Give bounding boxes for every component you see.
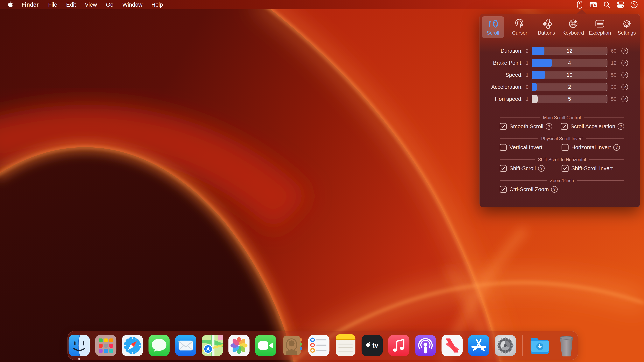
menu-file[interactable]: File — [44, 0, 62, 9]
slider-label: Speed: — [491, 72, 523, 78]
slider-current-value: 2 — [532, 83, 608, 91]
slider-min-value: 1 — [523, 96, 532, 102]
checkbox-vertical-invert[interactable]: Vertical Invert — [500, 144, 562, 151]
checkbox-box[interactable] — [500, 144, 507, 151]
help-icon[interactable]: ? — [622, 84, 628, 90]
menu-app-name[interactable]: Finder — [16, 0, 44, 9]
help-icon[interactable]: ? — [622, 96, 628, 102]
checkbox-ctrl-scroll-zoom[interactable]: Ctrl-Scroll Zoom? — [500, 186, 558, 193]
slider-track[interactable]: 10 — [532, 71, 608, 79]
help-icon[interactable]: ? — [551, 186, 558, 193]
svg-text:⌘: ⌘ — [594, 4, 596, 7]
slider-track[interactable]: 4 — [532, 59, 608, 67]
menu-help[interactable]: Help — [147, 0, 168, 9]
keyboard-viewer-icon[interactable]: ⌘ — [589, 0, 597, 9]
slider-max-value: 12 — [608, 60, 620, 66]
dock-icon-contacts[interactable] — [281, 334, 304, 357]
tab-keyboard[interactable]: Keyboard — [562, 16, 584, 38]
section-zoom-pinch: Zoom/PinchCtrl-Scroll Zoom? — [500, 178, 624, 194]
menu-go[interactable]: Go — [102, 0, 118, 9]
help-icon[interactable]: ? — [618, 123, 624, 130]
checkbox-box[interactable] — [561, 123, 568, 130]
dock-icon-maps[interactable] — [201, 334, 224, 357]
section-header: Main Scroll Control — [500, 115, 624, 120]
section-shift-scroll-to-horizontal: Shift-Scroll to HorizontalShift-Scroll?S… — [500, 157, 624, 173]
checkbox-box[interactable] — [562, 165, 568, 172]
dock-icon-app-store[interactable] — [468, 334, 490, 357]
checkbox-smooth-scroll[interactable]: Smooth Scroll? — [500, 123, 561, 130]
checkbox-row: Ctrl-Scroll Zoom? — [500, 185, 624, 194]
checkbox-scroll-acceleration[interactable]: Scroll Acceleration? — [561, 123, 624, 130]
slider-current-value: 12 — [532, 47, 608, 55]
checkbox-label: Shift-Scroll — [510, 165, 536, 172]
checkbox-shift-scroll[interactable]: Shift-Scroll? — [500, 165, 562, 172]
cursor-icon — [514, 19, 525, 29]
dock-icon-reminders[interactable] — [308, 334, 330, 357]
slider-current-value: 5 — [532, 95, 608, 103]
tab-cursor[interactable]: Cursor — [509, 16, 531, 38]
dock-icon-downloads[interactable] — [528, 334, 551, 357]
slider-label: Duration: — [491, 48, 523, 54]
menu-view[interactable]: View — [80, 0, 101, 9]
dock-icon-messages[interactable] — [148, 334, 170, 357]
help-icon[interactable]: ? — [622, 72, 628, 78]
clock-icon[interactable] — [630, 0, 638, 9]
control-center-icon[interactable] — [616, 0, 624, 9]
slider-max-value: 50 — [608, 96, 620, 102]
checkbox-box[interactable] — [500, 123, 507, 130]
help-icon[interactable]: ? — [538, 165, 545, 172]
tab-settings[interactable]: Settings — [616, 16, 638, 38]
dock-icon-system-settings[interactable] — [494, 334, 517, 357]
tab-label: Keyboard — [562, 30, 584, 36]
dock-icon-facetime[interactable] — [254, 334, 277, 357]
slider-max-value: 50 — [608, 72, 620, 78]
tab-scroll[interactable]: Scroll — [482, 16, 504, 38]
menu-window[interactable]: Window — [118, 0, 147, 9]
dock-icon-finder[interactable] — [68, 334, 90, 357]
dock-icon-mail[interactable] — [174, 334, 197, 357]
slider-label: Hori speed: — [491, 96, 523, 102]
dock-icon-safari[interactable] — [121, 334, 144, 357]
checkbox-shift-scroll-invert[interactable]: Shift-Scroll Invert — [562, 165, 613, 172]
divider-line — [500, 118, 540, 118]
dock-icon-tv[interactable]: tv — [361, 334, 384, 357]
dock-icon-launchpad[interactable] — [94, 334, 117, 357]
slider-track[interactable]: 2 — [532, 83, 608, 91]
dock-icon-news[interactable] — [441, 334, 463, 357]
checkbox-label: Scroll Acceleration — [570, 123, 615, 130]
slider-row-acceleration: Acceleration:0230? — [480, 83, 640, 91]
checkbox-label: Smooth Scroll — [510, 123, 543, 130]
divider-line — [586, 139, 624, 139]
scroll-sliders: Duration:21260?Brake Point:1412?Speed:11… — [480, 47, 640, 103]
apple-menu[interactable] — [6, 1, 16, 8]
checkbox-row: Smooth Scroll?Scroll Acceleration? — [500, 122, 624, 131]
dock-icon-notes[interactable] — [334, 334, 357, 357]
checkbox-row: Vertical InvertHorizontal Invert? — [500, 143, 624, 152]
slider-min-value: 1 — [523, 72, 532, 78]
apple-logo-icon — [7, 1, 14, 8]
help-icon[interactable]: ? — [613, 144, 620, 151]
dock-icon-trash[interactable] — [555, 334, 578, 357]
help-icon[interactable]: ? — [546, 123, 552, 130]
menu-bar: Finder FileEditViewGoWindowHelp ⌘ — [0, 0, 644, 9]
dock-icon-music[interactable] — [388, 334, 410, 357]
checkbox-box[interactable] — [562, 144, 568, 151]
section-title: Physical Scroll Invert — [541, 136, 582, 141]
exception-icon — [594, 19, 605, 29]
checkbox-box[interactable] — [500, 165, 507, 172]
tab-exception[interactable]: Exception — [589, 16, 611, 38]
help-icon[interactable]: ? — [622, 60, 628, 66]
dock-icon-podcasts[interactable] — [414, 334, 437, 357]
mouse-icon[interactable] — [576, 0, 584, 9]
slider-row-speed: Speed:11050? — [480, 71, 640, 79]
checkbox-label: Horizontal Invert — [571, 144, 611, 151]
slider-track[interactable]: 5 — [532, 95, 608, 103]
slider-track[interactable]: 12 — [532, 47, 608, 55]
spotlight-search-icon[interactable] — [603, 0, 611, 9]
tab-buttons[interactable]: Buttons — [535, 16, 558, 38]
checkbox-horizontal-invert[interactable]: Horizontal Invert? — [562, 144, 620, 151]
checkbox-box[interactable] — [500, 186, 507, 193]
help-icon[interactable]: ? — [622, 48, 628, 54]
menu-edit[interactable]: Edit — [62, 0, 80, 9]
dock-icon-photos[interactable] — [228, 334, 250, 357]
